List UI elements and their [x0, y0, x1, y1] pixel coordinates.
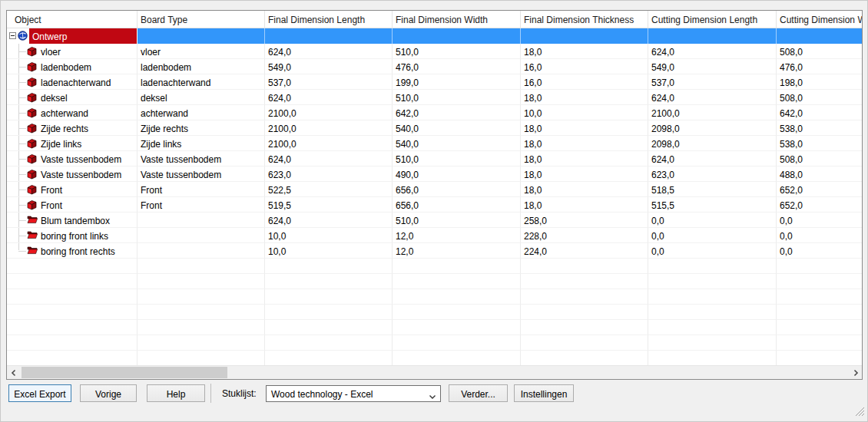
column-header-cutting-dimension-length[interactable]: Cutting Dimension Length	[648, 11, 777, 28]
object-cell: ladenachterwand	[7, 74, 137, 90]
board-type-cell	[137, 213, 265, 228]
table-row[interactable]: Zijde rechtsZijde rechts2100,0540,018,02…	[7, 120, 862, 136]
cutting-width-cell: 198,0	[777, 74, 862, 90]
instellingen-button[interactable]: Instellingen	[514, 384, 574, 402]
final-thickness-cell: 18,0	[521, 120, 648, 136]
table-row[interactable]: boring front rechts10,012,0224,00,00,0	[7, 243, 862, 259]
table-row[interactable]: boring front links10,012,0228,00,00,0	[7, 228, 862, 243]
table-row[interactable]: vloervloer624,0510,018,0624,0508,0	[7, 44, 862, 59]
cutting-length-cell: 549,0	[648, 59, 777, 74]
table-row[interactable]: FrontFront522,5656,018,0518,5652,0	[7, 182, 862, 197]
final-thickness-cell: 18,0	[521, 197, 648, 213]
column-header-final-dimension-length[interactable]: Final Dimension Length	[265, 11, 393, 28]
board-type-cell: Vaste tussenbodem	[137, 151, 265, 166]
object-cell: achterwand	[7, 105, 137, 120]
object-cell[interactable]: Ontwerp	[7, 28, 137, 44]
column-header-object[interactable]: Object	[7, 11, 137, 28]
final-thickness-cell: 18,0	[521, 136, 648, 151]
table-row[interactable]: Blum tandembox624,0510,0258,00,00,0	[7, 213, 862, 228]
cutting-length-cell: 624,0	[648, 90, 777, 105]
empty-cell	[137, 259, 265, 274]
object-cell: boring front links	[7, 228, 137, 243]
empty-cell	[393, 320, 521, 335]
object-cell: Vaste tussenbodem	[7, 166, 137, 182]
selected-empty-cell	[137, 28, 265, 44]
final-length-cell: 624,0	[265, 90, 393, 105]
final-width-cell: 540,0	[393, 120, 521, 136]
selected-empty-cell	[393, 28, 521, 44]
empty-cell	[265, 274, 393, 289]
object-cell: Front	[7, 197, 137, 213]
panel-cube-icon	[27, 77, 37, 90]
horizontal-scrollbar[interactable]	[7, 365, 862, 379]
tree-root-row[interactable]: Ontwerp	[7, 28, 862, 44]
table-row[interactable]: Zijde linksZijde links2100,0540,018,0209…	[7, 136, 862, 151]
panel-cube-icon	[27, 123, 37, 136]
panel-cube-icon	[27, 92, 37, 105]
empty-cell	[521, 305, 648, 320]
resize-grip-icon[interactable]	[855, 407, 865, 419]
empty-cell	[7, 305, 137, 320]
footer-divider	[210, 384, 211, 403]
empty-row	[7, 289, 862, 305]
empty-cell	[648, 259, 777, 274]
root-row-label[interactable]: Ontwerp	[29, 28, 137, 44]
table-row[interactable]: dekseldeksel624,0510,018,0624,0508,0	[7, 90, 862, 105]
column-header-cutting-dimension-width[interactable]: Cutting Dimension Width	[777, 11, 862, 28]
empty-cell	[265, 305, 393, 320]
cutting-length-cell: 537,0	[648, 74, 777, 90]
empty-cell	[648, 289, 777, 305]
table-row[interactable]: achterwandachterwand2100,0642,010,02100,…	[7, 105, 862, 120]
cutting-length-cell: 624,0	[648, 44, 777, 59]
empty-cell	[521, 259, 648, 274]
stuklijst-dropdown[interactable]: Wood technology - Excel	[266, 385, 441, 402]
final-width-cell: 540,0	[393, 136, 521, 151]
cutting-width-cell: 0,0	[777, 213, 862, 228]
column-header-board-type[interactable]: Board Type	[137, 11, 265, 28]
parts-grid: ObjectBoard TypeFinal Dimension LengthFi…	[7, 11, 862, 366]
empty-cell	[7, 335, 137, 351]
collapse-minus-icon[interactable]	[9, 32, 16, 39]
verder-button[interactable]: Verder...	[449, 384, 508, 402]
object-label: boring front links	[41, 231, 108, 242]
final-thickness-cell: 18,0	[521, 166, 648, 182]
final-length-cell: 522,5	[265, 182, 393, 197]
stuklijst-dropdown-value: Wood technology - Excel	[271, 389, 373, 400]
final-thickness-cell: 16,0	[521, 59, 648, 74]
selected-empty-cell	[777, 28, 862, 44]
tree-connector-line	[18, 205, 26, 206]
final-width-cell: 510,0	[393, 151, 521, 166]
table-row[interactable]: Vaste tussenbodemVaste tussenbodem624,05…	[7, 151, 862, 166]
empty-row	[7, 335, 862, 351]
cutting-length-cell: 0,0	[648, 213, 777, 228]
table-row[interactable]: ladenachterwandladenachterwand537,0199,0…	[7, 74, 862, 90]
operation-folder-icon	[27, 215, 38, 226]
table-row[interactable]: FrontFront519,5656,018,0515,5652,0	[7, 197, 862, 213]
help-button[interactable]: Help	[147, 384, 205, 402]
parts-table-panel: ObjectBoard TypeFinal Dimension LengthFi…	[6, 10, 863, 380]
tree-connector-line	[18, 220, 26, 221]
final-thickness-cell: 228,0	[521, 228, 648, 243]
operation-folder-icon	[27, 246, 38, 257]
excel-export-button[interactable]: Excel Export	[8, 384, 71, 402]
chevron-right-icon[interactable]	[849, 366, 862, 379]
scrollbar-thumb[interactable]	[22, 367, 227, 378]
empty-cell	[393, 259, 521, 274]
vorige-button[interactable]: Vorige	[80, 384, 137, 402]
design-globe-icon	[18, 31, 28, 43]
column-header-final-dimension-thickness[interactable]: Final Dimension Thickness	[521, 11, 648, 28]
chevron-left-icon[interactable]	[7, 366, 20, 379]
table-row[interactable]: ladenbodemladenbodem549,0476,016,0549,04…	[7, 59, 862, 74]
empty-cell	[648, 274, 777, 289]
cutting-width-cell: 508,0	[777, 151, 862, 166]
empty-cell	[777, 274, 862, 289]
empty-cell	[7, 320, 137, 335]
empty-row	[7, 305, 862, 320]
selected-empty-cell	[265, 28, 393, 44]
grid-empty-rows	[7, 259, 862, 366]
column-header-final-dimension-width[interactable]: Final Dimension Width	[393, 11, 521, 28]
cutting-width-cell: 476,0	[777, 59, 862, 74]
table-row[interactable]: Vaste tussenbodemVaste tussenbodem623,04…	[7, 166, 862, 182]
empty-cell	[265, 335, 393, 351]
tree-connector-line	[18, 128, 26, 129]
